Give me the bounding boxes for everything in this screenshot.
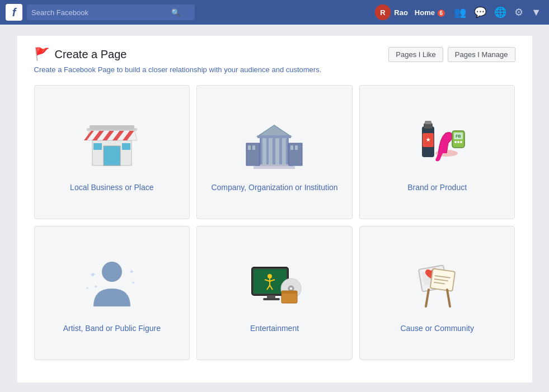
- svg-rect-20: [257, 135, 291, 138]
- svg-point-37: [454, 141, 457, 143]
- svg-rect-28: [295, 145, 298, 150]
- main-content: 🚩 Create a Page Pages I Like Pages I Man…: [17, 36, 532, 382]
- search-icon[interactable]: 🔍: [171, 8, 180, 17]
- page-grid: Local Business or Place: [34, 85, 515, 360]
- navbar: f 🔍 R Rao Home 6 👥 💬 🌐 ⚙ ▼: [0, 0, 549, 25]
- settings-icon[interactable]: ⚙: [512, 6, 525, 18]
- avatar[interactable]: R: [375, 4, 391, 20]
- search-input[interactable]: [31, 8, 171, 17]
- card-local-business[interactable]: Local Business or Place: [34, 85, 190, 219]
- svg-rect-27: [290, 145, 293, 150]
- card-entertainment-label: Entertainment: [250, 324, 299, 333]
- svg-rect-17: [275, 138, 279, 166]
- svg-point-59: [290, 287, 292, 290]
- svg-line-69: [447, 290, 450, 306]
- card-cause-label: Cause or Community: [400, 324, 474, 333]
- svg-rect-24: [248, 145, 251, 150]
- svg-rect-25: [252, 145, 255, 150]
- svg-rect-4: [93, 143, 102, 150]
- cause-icon: [403, 248, 471, 315]
- svg-rect-13: [90, 125, 134, 130]
- svg-rect-18: [282, 138, 286, 166]
- svg-marker-19: [257, 125, 291, 136]
- nav-username[interactable]: Rao: [394, 8, 408, 17]
- svg-point-49: [268, 274, 272, 278]
- svg-text:✦: ✦: [86, 286, 90, 291]
- navbar-right: R Rao Home 6 👥 💬 🌐 ⚙ ▼: [375, 4, 543, 20]
- artist-icon: ✦ ✦ ✦ ✦ ✦: [78, 248, 146, 315]
- svg-text:✦: ✦: [93, 284, 98, 290]
- svg-point-41: [102, 262, 122, 282]
- page-subtitle: Create a Facebook Page to build a closer…: [34, 65, 515, 74]
- svg-line-68: [426, 290, 429, 306]
- facebook-logo[interactable]: f: [6, 4, 22, 21]
- svg-text:✦: ✦: [132, 280, 135, 285]
- svg-point-38: [457, 141, 459, 143]
- card-brand[interactable]: ★ FB Brand or Product: [359, 85, 515, 219]
- card-entertainment[interactable]: Entertainment: [196, 226, 353, 360]
- svg-rect-31: [425, 121, 431, 124]
- brand-icon: ★ FB: [403, 107, 471, 174]
- page-title: Create a Page: [55, 48, 127, 61]
- svg-point-39: [460, 141, 462, 143]
- pages-i-like-button[interactable]: Pages I Like: [388, 47, 443, 62]
- entertainment-icon: [241, 248, 308, 315]
- svg-text:FB: FB: [456, 134, 461, 138]
- local-business-icon: [78, 107, 146, 174]
- title-wrap: 🚩 Create a Page: [34, 47, 127, 62]
- header-buttons: Pages I Like Pages I Manage: [388, 47, 515, 62]
- svg-rect-22: [254, 166, 295, 169]
- card-artist-label: Artist, Band or Public Figure: [63, 324, 161, 333]
- page-header: 🚩 Create a Page Pages I Like Pages I Man…: [34, 47, 515, 62]
- svg-rect-5: [122, 143, 130, 150]
- friends-icon[interactable]: 👥: [452, 6, 468, 18]
- card-cause[interactable]: Cause or Community: [359, 226, 515, 360]
- svg-rect-56: [263, 298, 280, 300]
- chevron-down-icon[interactable]: ▼: [529, 7, 543, 18]
- messages-icon[interactable]: 💬: [472, 6, 489, 18]
- company-icon: [241, 107, 308, 174]
- globe-icon[interactable]: 🌐: [492, 6, 509, 18]
- flag-icon: 🚩: [34, 47, 49, 62]
- svg-rect-15: [262, 138, 266, 166]
- search-bar[interactable]: 🔍: [27, 4, 195, 20]
- svg-rect-61: [281, 291, 297, 294]
- card-company[interactable]: Company, Organization or Institution: [196, 85, 353, 219]
- card-artist[interactable]: ✦ ✦ ✦ ✦ ✦ Artist, Band or Public Figure: [34, 226, 190, 360]
- nav-home[interactable]: Home 6: [411, 8, 448, 17]
- svg-rect-16: [269, 138, 273, 166]
- svg-text:R: R: [381, 8, 386, 17]
- home-badge: 6: [438, 10, 445, 17]
- card-local-business-label: Local Business or Place: [70, 183, 153, 192]
- svg-text:✦: ✦: [90, 270, 96, 279]
- pages-i-manage-button[interactable]: Pages I Manage: [448, 47, 515, 62]
- card-brand-label: Brand or Product: [407, 183, 467, 192]
- card-company-label: Company, Organization or Institution: [211, 183, 337, 192]
- svg-text:✦: ✦: [129, 268, 134, 276]
- svg-text:★: ★: [426, 137, 431, 143]
- svg-rect-3: [104, 146, 120, 166]
